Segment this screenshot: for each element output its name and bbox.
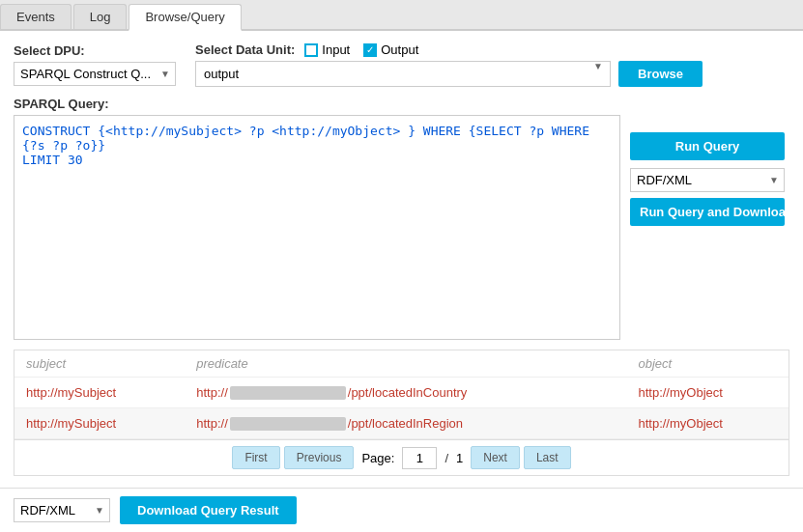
sparql-label-row: SPARQL Query: [14,97,789,111]
run-query-download-button[interactable]: Run Query and Download [630,198,785,226]
col-subject: subject [14,350,185,378]
cell-predicate-1: http:///ppt/locatedInCountry [185,378,626,408]
table-row: http://mySubject http:///ppt/locatedInCo… [14,378,789,408]
output-checkbox[interactable] [363,43,377,57]
format-row: RDF/XMLTurtleN-TriplesJSON-LD ▼ [630,168,785,192]
main-container: Events Log Browse/Query Select DPU: SPAR… [0,0,803,532]
last-button[interactable]: Last [524,446,571,469]
tab-browse-query[interactable]: Browse/Query [129,4,241,31]
page-separator: / [445,451,448,465]
bottom-format-wrapper[interactable]: RDF/XMLTurtleN-TriplesJSON-LD ▼ [14,498,110,522]
output-dropdown-wrapper[interactable]: output ▼ [195,61,611,87]
col-object: object [626,350,789,378]
tab-log[interactable]: Log [73,4,128,29]
cell-object-1: http://myObject [626,378,789,408]
col-predicate: predicate [185,350,626,378]
predicate-blurred-2 [230,417,346,431]
query-body: CONSTRUCT {<http://mySubject> ?p <http:/… [14,115,789,340]
cell-object-2: http://myObject [626,408,789,439]
du-dropdown-row: output ▼ Browse [195,61,789,87]
page-input[interactable] [402,447,437,469]
tabs-bar: Events Log Browse/Query [0,0,803,31]
previous-button[interactable]: Previous [284,446,355,469]
sparql-label: SPARQL Query: [14,97,108,111]
right-panel: Run Query RDF/XMLTurtleN-TriplesJSON-LD … [630,115,789,340]
predicate-suffix-2: /ppt/locatedInRegion [348,416,463,431]
browse-button[interactable]: Browse [618,61,703,87]
predicate-full-1: http:///ppt/locatedInCountry [196,385,615,400]
results-header-row: subject predicate object [14,350,789,378]
first-button[interactable]: First [232,446,279,469]
results-tbody: http://mySubject http:///ppt/locatedInCo… [14,378,789,439]
predicate-blurred-1 [230,386,346,400]
dpu-select[interactable]: SPARQL Construct Q... [14,62,176,86]
format-select[interactable]: RDF/XMLTurtleN-TriplesJSON-LD [630,168,785,192]
cell-subject-1: http://mySubject [14,378,185,408]
cell-predicate-2: http:///ppt/locatedInRegion [185,408,626,439]
download-query-result-button[interactable]: Download Query Result [120,496,297,524]
predicate-prefix-2: http:// [196,416,228,431]
du-label: Select Data Unit: [195,42,295,57]
sparql-section: CONSTRUCT {<http://mySubject> ?p <http:/… [14,115,620,340]
top-controls-row: Select DPU: SPARQL Construct Q... ▼ Sele… [14,42,789,87]
dpu-section: Select DPU: SPARQL Construct Q... ▼ [14,43,176,86]
total-pages: 1 [456,451,463,465]
format-dropdown-wrapper[interactable]: RDF/XMLTurtleN-TriplesJSON-LD ▼ [630,168,785,192]
dpu-dropdown-wrapper[interactable]: SPARQL Construct Q... ▼ [14,62,176,86]
content-area: Select DPU: SPARQL Construct Q... ▼ Sele… [0,31,803,488]
bottom-bar: RDF/XMLTurtleN-TriplesJSON-LD ▼ Download… [0,488,803,532]
input-checkbox[interactable] [304,43,318,57]
predicate-prefix-1: http:// [196,385,228,400]
du-section: Select Data Unit: Input Output output [195,42,789,87]
output-select[interactable]: output [195,61,611,87]
pagination-bar: First Previous Page: / 1 Next Last [14,439,789,475]
predicate-full-2: http:///ppt/locatedInRegion [196,416,615,431]
next-button[interactable]: Next [471,446,520,469]
bottom-format-select[interactable]: RDF/XMLTurtleN-TriplesJSON-LD [14,498,110,522]
results-table: subject predicate object http://mySubjec… [14,350,789,439]
predicate-suffix-1: /ppt/locatedInCountry [348,385,468,400]
input-checkbox-label: Input [322,42,350,57]
sparql-textarea[interactable]: CONSTRUCT {<http://mySubject> ?p <http:/… [14,115,620,340]
input-checkbox-group: Input [304,42,350,57]
output-checkbox-group: Output [363,42,418,57]
dpu-label: Select DPU: [14,43,85,58]
cell-subject-2: http://mySubject [14,408,185,439]
page-label: Page: [361,451,394,465]
results-thead: subject predicate object [14,350,789,378]
tab-events[interactable]: Events [0,4,72,29]
run-query-button[interactable]: Run Query [630,132,785,160]
results-section: subject predicate object http://mySubjec… [14,350,789,476]
output-checkbox-label: Output [381,42,418,57]
table-row: http://mySubject http:///ppt/locatedInRe… [14,408,789,439]
